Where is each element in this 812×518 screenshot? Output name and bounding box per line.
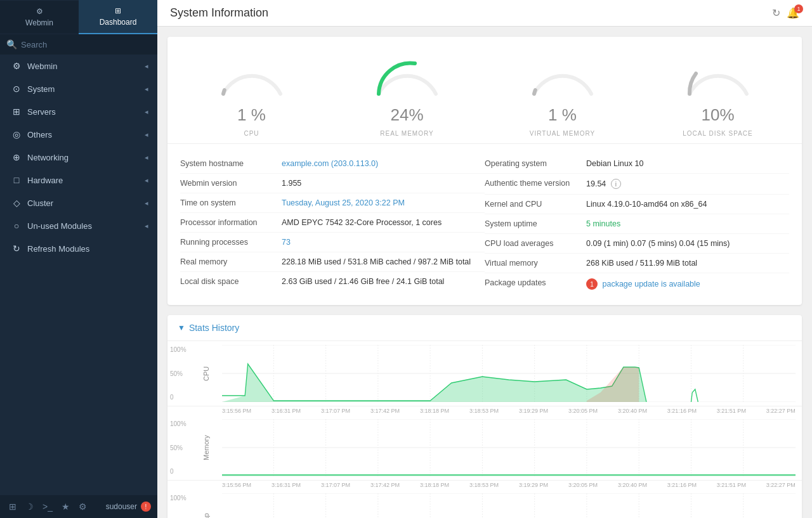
sidebar: ⚙ Webmin ⊞ Dashboard 🔍 ⚙ Webmin ◂ ⊙ Syst… <box>0 0 157 518</box>
info-key-hostname: System hostname <box>180 159 275 168</box>
memory-chart-area <box>222 419 802 476</box>
cpu-chart-area <box>222 345 802 402</box>
chevron-right-icon: ◂ <box>145 85 148 93</box>
info-key-theme-version: Authentic theme version <box>485 179 580 188</box>
sidebar-item-others[interactable]: ◎ Others ◂ <box>0 123 157 146</box>
swap-y-labels: 100% 50% 0 <box>167 493 190 518</box>
sidebar-item-refresh-modules[interactable]: ↻ Refresh Modules <box>0 237 157 260</box>
info-icon-button[interactable]: i <box>611 179 621 189</box>
sidebar-item-hardware[interactable]: □ Hardware ◂ <box>0 169 157 191</box>
sidebar-nav: ⚙ Webmin ◂ ⊙ System ◂ ⊞ Servers ◂ ◎ Othe… <box>0 55 157 495</box>
processes-link[interactable]: 73 <box>282 238 291 247</box>
info-row-processes: Running processes 73 <box>180 233 485 252</box>
info-val-time: Tuesday, August 25, 2020 3:22 PM <box>282 198 405 207</box>
system-info-card: 1 % CPU 24% REAL MEMORY <box>167 37 802 305</box>
unused-nav-icon: ○ <box>11 221 22 231</box>
x-label: 3:15:56 PM <box>222 482 251 488</box>
networking-nav-icon: ⊕ <box>11 152 22 162</box>
dashboard-icon: ⊞ <box>115 6 121 15</box>
info-row-os: Operating system Debian Linux 10 <box>485 154 789 174</box>
moon-icon[interactable]: ☽ <box>23 500 36 513</box>
package-update-link[interactable]: package update is available <box>602 280 700 288</box>
info-key-package-updates: Package updates <box>485 278 580 287</box>
info-val-package-updates: 1 package update is available <box>586 278 700 290</box>
star-icon[interactable]: ★ <box>59 500 72 513</box>
info-val-load: 0.09 (1 min) 0.07 (5 mins) 0.04 (15 mins… <box>586 239 730 248</box>
sidebar-search-container: 🔍 <box>0 34 157 55</box>
dashboard-label: Dashboard <box>100 18 137 27</box>
virtual-memory-gauge-label: VIRTUAL MEMORY <box>530 130 595 137</box>
x-label: 3:21:51 PM <box>717 482 746 488</box>
info-key-processes: Running processes <box>180 238 275 247</box>
sidebar-item-cluster[interactable]: ◇ Cluster ◂ <box>0 191 157 214</box>
info-row-package-updates: Package updates 1 package update is avai… <box>485 273 789 295</box>
cpu-chart-svg <box>222 345 796 402</box>
virtual-memory-gauge-svg <box>525 49 601 100</box>
sidebar-item-label: Un-used Modules <box>27 221 140 231</box>
hardware-nav-icon: □ <box>11 175 22 185</box>
uptime-link[interactable]: 5 minutes <box>586 219 620 228</box>
chevron-right-icon: ◂ <box>145 62 148 70</box>
collapse-icon[interactable]: ▼ <box>178 323 185 332</box>
info-key-real-memory: Real memory <box>180 257 275 266</box>
x-label: 3:21:51 PM <box>717 408 746 414</box>
x-label: 3:17:42 PM <box>370 482 400 488</box>
hostname-link[interactable]: example.com (203.0.113.0) <box>282 159 378 168</box>
x-label: 3:20:05 PM <box>568 408 598 414</box>
cpu-x-labels: 3:15:56 PM 3:16:31 PM 3:17:07 PM 3:17:42… <box>167 406 802 415</box>
info-key-virtual-memory: Virtual memory <box>485 259 580 268</box>
terminal-icon[interactable]: >_ <box>40 500 55 513</box>
sidebar-item-system[interactable]: ⊙ System ◂ <box>0 77 157 100</box>
info-row-real-memory: Real memory 228.18 MiB used / 531.8 MiB … <box>180 252 485 272</box>
topbar-icons: ↻ 🔔 1 <box>772 7 799 19</box>
info-val-kernel: Linux 4.19.0-10-amd64 on x86_64 <box>586 200 707 209</box>
x-label: 3:20:40 PM <box>618 482 647 488</box>
swap-chart-svg <box>222 493 796 518</box>
sidebar-item-webmin[interactable]: ⚙ Webmin ◂ <box>0 55 157 77</box>
search-input[interactable] <box>21 40 151 49</box>
settings-icon[interactable]: ⚙ <box>76 500 89 513</box>
cpu-green-area <box>222 364 796 402</box>
info-key-load: CPU load averages <box>485 239 580 248</box>
dashboard-icon-btn[interactable]: ⊞ <box>6 500 19 513</box>
webmin-nav-icon: ⚙ <box>11 61 22 71</box>
info-row-uptime: System uptime 5 minutes <box>485 214 789 234</box>
info-row-processor: Processor information AMD EPYC 7542 32-C… <box>180 213 485 233</box>
local-disk-gauge: 10% LOCAL DISK SPACE <box>680 49 756 137</box>
info-val-processor: AMD EPYC 7542 32-Core Processor, 1 cores <box>282 218 442 227</box>
info-row-hostname: System hostname example.com (203.0.113.0… <box>180 154 485 174</box>
sidebar-item-servers[interactable]: ⊞ Servers ◂ <box>0 100 157 123</box>
cpu-spike <box>691 389 698 402</box>
y-label-0: 0 <box>170 468 188 475</box>
stats-history-header: ▼ Stats History <box>167 315 802 341</box>
memory-x-labels: 3:15:56 PM 3:16:31 PM 3:17:07 PM 3:17:42… <box>167 481 802 489</box>
cpu-red-area <box>587 367 639 402</box>
gauges-row: 1 % CPU 24% REAL MEMORY <box>167 37 802 144</box>
info-section-left: System hostname example.com (203.0.113.0… <box>180 154 485 295</box>
notification-icon[interactable]: 🔔 1 <box>787 7 799 19</box>
sidebar-item-unused-modules[interactable]: ○ Un-used Modules ◂ <box>0 214 157 237</box>
refresh-icon[interactable]: ↻ <box>772 7 780 19</box>
sidebar-item-networking[interactable]: ⊕ Networking ◂ <box>0 146 157 169</box>
info-row-virtual-memory: Virtual memory 268 KiB used / 511.99 MiB… <box>485 254 789 273</box>
topbar: System Information ↻ 🔔 1 <box>157 0 812 27</box>
real-memory-gauge-container <box>369 49 445 100</box>
info-val-real-memory: 228.18 MiB used / 531.8 MiB cached / 987… <box>282 257 471 266</box>
x-label: 3:22:27 PM <box>766 408 796 414</box>
memory-y-labels: 100% 50% 0 <box>167 419 190 476</box>
info-row-load: CPU load averages 0.09 (1 min) 0.07 (5 m… <box>485 234 789 254</box>
info-val-hostname: example.com (203.0.113.0) <box>282 159 378 168</box>
time-link[interactable]: Tuesday, August 25, 2020 3:22 PM <box>282 198 405 207</box>
notification-badge: 1 <box>794 4 803 13</box>
dashboard-tab[interactable]: ⊞ Dashboard <box>79 0 157 34</box>
page-title: System Information <box>170 6 268 20</box>
chevron-right-icon: ◂ <box>145 153 148 162</box>
swap-chart-label: Swap <box>190 493 222 518</box>
cpu-chart-row: 100% 50% 0 CPU <box>167 341 802 406</box>
x-label: 3:17:42 PM <box>370 408 400 414</box>
info-key-kernel: Kernel and CPU <box>485 200 580 209</box>
x-label: 3:16:31 PM <box>272 482 301 488</box>
x-label: 3:20:05 PM <box>568 482 598 488</box>
swap-chart-area <box>222 493 802 518</box>
webmin-tab[interactable]: ⚙ Webmin <box>0 1 79 34</box>
